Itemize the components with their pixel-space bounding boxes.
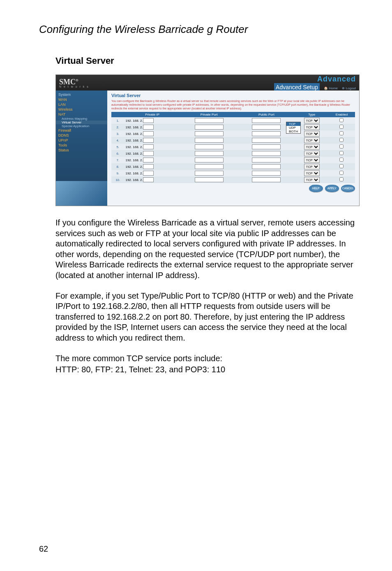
section-heading: Virtual Server: [55, 56, 363, 66]
private-port-input[interactable]: [195, 118, 224, 123]
screenshot-header: SMC® N e t w o r k s Advanced Advanced S…: [56, 75, 359, 91]
panel-description: You can configure the Barricade g Wirele…: [111, 100, 355, 110]
brand-shadow: Advanced: [317, 75, 356, 83]
apply-button[interactable]: APPLY: [325, 185, 339, 192]
private-port-input[interactable]: [195, 138, 224, 143]
enabled-checkbox[interactable]: [339, 144, 344, 149]
table-row: 5.192. 168. 2.TCP: [111, 144, 355, 150]
private-ip-input[interactable]: [143, 164, 154, 169]
type-select[interactable]: TCP: [304, 118, 320, 123]
enabled-checkbox[interactable]: [339, 151, 344, 155]
page-number: 62: [39, 544, 48, 554]
type-dropdown-open[interactable]: TCP UDP BOTH: [286, 122, 301, 134]
home-link[interactable]: 🏠 Home: [324, 86, 338, 90]
table-row: 7.192. 168. 2.TCP: [111, 157, 355, 163]
public-port-input[interactable]: [252, 171, 281, 176]
private-ip-input[interactable]: [143, 125, 154, 130]
enabled-checkbox[interactable]: [339, 171, 344, 175]
virtual-server-table: Private IP Private Port Public Port Type…: [111, 112, 355, 183]
enabled-checkbox[interactable]: [339, 164, 344, 168]
type-select[interactable]: TCP: [304, 144, 320, 150]
row-index: 3.: [111, 130, 124, 137]
sidebar-item-lan[interactable]: LAN: [56, 102, 107, 107]
private-port-input[interactable]: [195, 177, 224, 182]
public-port-input[interactable]: [252, 164, 281, 169]
sidebar-item-nat[interactable]: NAT: [56, 112, 107, 117]
ip-prefix-label: 192. 168. 2.: [125, 145, 143, 149]
logout-link[interactable]: ⊗ Logout: [342, 86, 356, 90]
private-port-input[interactable]: [195, 151, 224, 156]
private-port-input[interactable]: [195, 171, 224, 176]
private-ip-input[interactable]: [143, 144, 154, 149]
enabled-checkbox[interactable]: [339, 138, 344, 142]
private-ip-input[interactable]: [143, 177, 154, 182]
enabled-checkbox[interactable]: [339, 158, 344, 162]
type-option-udp[interactable]: UDP: [286, 126, 300, 130]
cancel-button[interactable]: CANCEL: [341, 185, 355, 192]
type-select[interactable]: TCP: [304, 170, 320, 176]
row-index: 1.: [111, 117, 124, 124]
public-port-input[interactable]: [252, 177, 281, 182]
type-select[interactable]: TCP: [304, 137, 320, 143]
type-select[interactable]: TCP: [304, 131, 320, 137]
row-index: 2.: [111, 124, 124, 130]
ip-prefix-label: 192. 168. 2.: [125, 119, 143, 123]
sidebar-item-wireless[interactable]: Wireless: [56, 107, 107, 112]
type-option-tcp[interactable]: TCP: [286, 122, 300, 126]
public-port-input[interactable]: [252, 138, 281, 143]
sidebar-item-upnp[interactable]: UPnP: [56, 138, 107, 143]
sidebar: System WAN LAN Wireless NAT Address Mapp…: [56, 91, 107, 206]
private-port-input[interactable]: [195, 125, 224, 130]
public-port-input[interactable]: [252, 151, 281, 156]
type-select[interactable]: TCP: [304, 164, 320, 169]
type-select[interactable]: TCP: [304, 124, 320, 130]
body-paragraph-3: The more common TCP service ports includ…: [55, 353, 363, 364]
type-select[interactable]: TCP: [304, 177, 320, 183]
sidebar-item-status[interactable]: Status: [56, 148, 107, 153]
private-ip-input[interactable]: [143, 158, 154, 162]
ip-prefix-label: 192. 168. 2.: [125, 165, 143, 169]
enabled-checkbox[interactable]: [339, 177, 344, 181]
private-port-input[interactable]: [195, 131, 224, 136]
sidebar-item-wan[interactable]: WAN: [56, 97, 107, 102]
enabled-checkbox[interactable]: [339, 131, 344, 135]
sidebar-item-ddns[interactable]: DDNS: [56, 133, 107, 138]
body-paragraph-2: For example, if you set Type/Public Port…: [55, 291, 363, 344]
type-select[interactable]: TCP: [304, 157, 320, 163]
sidebar-sub-virtual-server[interactable]: Virtual Server: [56, 121, 107, 124]
private-port-input[interactable]: [195, 144, 224, 149]
public-port-input[interactable]: [252, 131, 281, 136]
private-ip-input[interactable]: [143, 131, 154, 136]
sidebar-sub-address-mapping[interactable]: Address Mapping: [56, 117, 107, 121]
row-index: 4.: [111, 137, 124, 144]
table-row: 6.192. 168. 2.TCP: [111, 150, 355, 157]
enabled-checkbox[interactable]: [339, 125, 344, 129]
ip-prefix-label: 192. 168. 2.: [125, 152, 143, 156]
public-port-input[interactable]: [252, 118, 281, 123]
private-ip-input[interactable]: [143, 138, 154, 143]
private-ip-input[interactable]: [143, 171, 154, 176]
public-port-input[interactable]: [252, 125, 281, 130]
table-row: 4.192. 168. 2.TCP: [111, 137, 355, 144]
enabled-checkbox[interactable]: [339, 118, 344, 122]
sidebar-sub-special-application[interactable]: Special Application: [56, 124, 107, 128]
col-index: [111, 112, 124, 117]
private-port-input[interactable]: [195, 164, 224, 169]
main-panel: Virtual Server You can configure the Bar…: [107, 91, 359, 206]
private-ip-input[interactable]: [143, 118, 154, 123]
row-index: 10.: [111, 176, 124, 183]
col-public-port: Public Port: [238, 112, 295, 117]
type-option-both[interactable]: BOTH: [286, 130, 300, 133]
row-index: 9.: [111, 170, 124, 176]
table-row: 1.192. 168. 2.TCP: [111, 117, 355, 124]
sidebar-item-tools[interactable]: Tools: [56, 143, 107, 148]
public-port-input[interactable]: [252, 144, 281, 149]
sidebar-item-system[interactable]: System: [56, 92, 107, 97]
private-port-input[interactable]: [195, 158, 224, 162]
public-port-input[interactable]: [252, 158, 281, 162]
type-select[interactable]: TCP: [304, 151, 320, 156]
sidebar-item-firewall[interactable]: Firewall: [56, 128, 107, 133]
help-button[interactable]: HELP: [309, 185, 323, 192]
private-ip-input[interactable]: [143, 151, 154, 156]
table-row: 10.192. 168. 2.TCP: [111, 176, 355, 183]
